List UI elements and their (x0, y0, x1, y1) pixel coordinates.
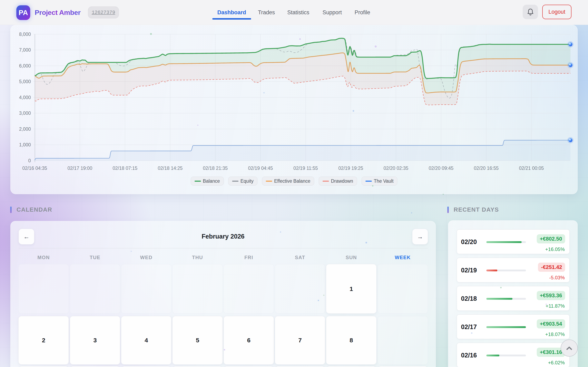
svg-text:8,000: 8,000 (19, 32, 31, 37)
svg-text:3,000: 3,000 (19, 110, 31, 116)
svg-text:02/17 19:00: 02/17 19:00 (67, 166, 92, 171)
svg-text:02/19 04:45: 02/19 04:45 (248, 166, 273, 171)
svg-text:2,000: 2,000 (19, 126, 31, 132)
svg-text:5,000: 5,000 (19, 79, 31, 84)
svg-text:02/21 00:05: 02/21 00:05 (519, 166, 544, 171)
svg-text:02/19 19:25: 02/19 19:25 (338, 166, 363, 171)
svg-text:02/19 11:55: 02/19 11:55 (293, 166, 318, 171)
svg-text:02/18 14:25: 02/18 14:25 (158, 166, 183, 171)
svg-text:02/20 02:35: 02/20 02:35 (384, 166, 408, 171)
svg-text:0: 0 (28, 158, 31, 163)
svg-text:1,000: 1,000 (19, 142, 31, 147)
svg-text:4,000: 4,000 (19, 95, 31, 100)
svg-text:6,000: 6,000 (19, 63, 31, 68)
svg-text:02/18 21:35: 02/18 21:35 (203, 166, 228, 171)
svg-text:02/18 07:15: 02/18 07:15 (113, 166, 138, 171)
svg-text:7,000: 7,000 (19, 47, 31, 53)
svg-text:02/20 09:45: 02/20 09:45 (429, 166, 454, 171)
svg-text:02/16 04:35: 02/16 04:35 (22, 166, 47, 171)
svg-text:02/20 16:55: 02/20 16:55 (474, 166, 499, 171)
